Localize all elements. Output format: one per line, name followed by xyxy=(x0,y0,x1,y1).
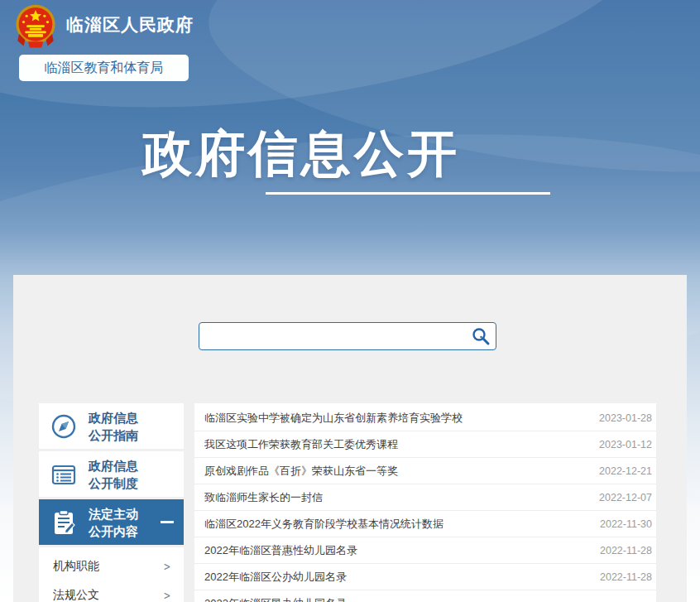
title-underline xyxy=(266,192,550,195)
search-button[interactable] xyxy=(471,326,491,346)
content-panel: 政府信息 公开指南 政府信息 公开制度 xyxy=(13,275,687,602)
news-row[interactable]: 原创戏剧作品《百折》荣获山东省一等奖 2022-12-21 xyxy=(194,458,656,484)
news-date: 2023-01-28 xyxy=(599,412,652,424)
news-row[interactable]: 临淄区2022年义务教育阶段学校基本情况统计数据 2022-11-30 xyxy=(194,511,656,537)
news-title: 我区这项工作荣获教育部关工委优秀课程 xyxy=(204,437,398,452)
news-row[interactable]: 我区这项工作荣获教育部关工委优秀课程 2023-01-12 xyxy=(194,431,656,458)
news-date: 2022-11-30 xyxy=(600,518,652,530)
sidebar-submenu: 机构职能 > 法规公文 > xyxy=(39,547,184,602)
sidebar-item-system[interactable]: 政府信息 公开制度 xyxy=(39,451,184,497)
sidebar-item-statutory-disclosure[interactable]: 法定主动 公开内容 xyxy=(39,499,184,545)
sidebar-item-guide[interactable]: 政府信息 公开指南 xyxy=(39,403,184,449)
collapse-dash-icon xyxy=(161,521,174,523)
clipboard-pencil-icon xyxy=(49,508,79,537)
sidebar-item-label: 政府信息 公开指南 xyxy=(89,409,138,444)
page-title: 政府信息公开 xyxy=(142,121,460,188)
national-emblem-icon[interactable] xyxy=(12,2,60,51)
news-date: 2022-11-28 xyxy=(600,545,652,556)
news-title: 临淄区2022年义务教育阶段学校基本情况统计数据 xyxy=(204,517,443,532)
news-row[interactable]: 2022年临淄区民办幼儿园名录 xyxy=(194,590,656,602)
news-date: 2022-11-28 xyxy=(600,571,652,583)
sidebar-item-label: 法定主动 公开内容 xyxy=(89,505,138,540)
news-date: 2022-12-21 xyxy=(599,465,652,477)
compass-icon xyxy=(49,412,79,441)
search-icon xyxy=(471,336,491,349)
news-list: 临淄区实验中学被确定为山东省创新素养培育实验学校 2023-01-28 我区这项… xyxy=(194,403,656,602)
sidebar-item-label: 政府信息 公开制度 xyxy=(89,457,138,492)
news-row[interactable]: 2022年临淄区普惠性幼儿园名录 2022-11-28 xyxy=(194,537,656,564)
news-row[interactable]: 2022年临淄区公办幼儿园名录 2022-11-28 xyxy=(194,564,656,590)
chevron-right-icon: > xyxy=(164,588,171,602)
department-button[interactable]: 临淄区教育和体育局 xyxy=(19,55,189,81)
sidebar-subitem-regulations[interactable]: 法规公文 > xyxy=(39,580,184,602)
news-title: 原创戏剧作品《百折》荣获山东省一等奖 xyxy=(204,464,398,479)
news-row[interactable]: 临淄区实验中学被确定为山东省创新素养培育实验学校 2023-01-28 xyxy=(194,405,656,431)
news-title: 2022年临淄区公办幼儿园名录 xyxy=(204,570,347,585)
news-row[interactable]: 致临淄师生家长的一封信 2022-12-07 xyxy=(194,484,656,511)
search-input[interactable] xyxy=(206,325,466,348)
site-title[interactable]: 临淄区人民政府 xyxy=(66,13,194,36)
sidebar-subitem-functions[interactable]: 机构职能 > xyxy=(39,551,184,580)
news-date: 2022-12-07 xyxy=(599,492,652,503)
sidebar: 政府信息 公开指南 政府信息 公开制度 xyxy=(39,403,184,602)
news-title: 2022年临淄区普惠性幼儿园名录 xyxy=(204,543,357,558)
news-title: 2022年临淄区民办幼儿园名录 xyxy=(204,596,347,602)
document-list-icon xyxy=(49,460,79,489)
chevron-right-icon: > xyxy=(164,559,171,573)
news-date: 2023-01-12 xyxy=(599,439,652,450)
news-title: 致临淄师生家长的一封信 xyxy=(204,490,323,505)
news-title: 临淄区实验中学被确定为山东省创新素养培育实验学校 xyxy=(204,411,463,426)
search-box xyxy=(199,322,496,350)
